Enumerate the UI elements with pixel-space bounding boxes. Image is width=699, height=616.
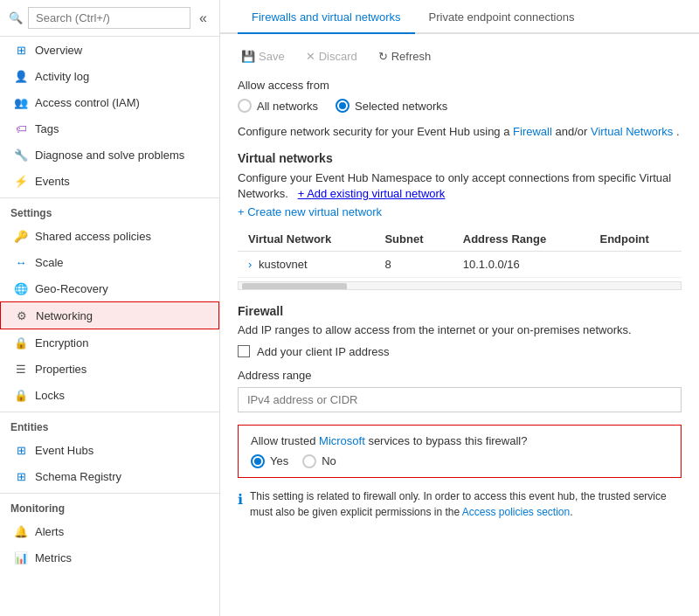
overview-icon: ⊞ [14, 43, 28, 57]
bypass-yes-radio[interactable]: Yes [251, 454, 288, 468]
properties-icon: ☰ [14, 362, 28, 376]
sidebar-item-locks[interactable]: 🔒 Locks [0, 382, 219, 408]
alerts-icon: 🔔 [14, 524, 28, 538]
sidebar-item-activity-log[interactable]: 👤 Activity log [0, 63, 219, 89]
sidebar-item-encryption[interactable]: 🔒 Encryption [0, 329, 219, 356]
network-security-info: Configure network security for your Even… [238, 123, 682, 141]
sidebar-item-label: Alerts [35, 525, 64, 538]
sidebar-item-alerts[interactable]: 🔔 Alerts [0, 518, 219, 544]
allow-access-label: Allow access from [238, 79, 682, 92]
sidebar-item-label: Locks [35, 389, 65, 402]
col-endpoint: Endpoint [590, 227, 682, 252]
firewall-title: Firewall [238, 304, 682, 318]
virtual-networks-title: Virtual networks [238, 151, 682, 165]
col-virtual-network: Virtual Network [238, 227, 374, 252]
sidebar-item-label: Geo-Recovery [35, 282, 108, 295]
access-control-icon: 👥 [14, 95, 28, 109]
virtual-networks-link[interactable]: Virtual Networks [591, 125, 673, 138]
radio-all-networks-indicator [238, 99, 252, 113]
bypass-no-radio[interactable]: No [302, 454, 336, 468]
bypass-radios: Yes No [251, 454, 668, 468]
sidebar-item-schema-registry[interactable]: ⊞ Schema Registry [0, 463, 219, 489]
sidebar-item-label: Shared access policies [35, 230, 151, 243]
sidebar-item-shared-access[interactable]: 🔑 Shared access policies [0, 223, 219, 249]
info-text-period: . [676, 125, 680, 138]
sidebar-item-access-control[interactable]: 👥 Access control (IAM) [0, 89, 219, 115]
tags-icon: 🏷 [14, 121, 28, 135]
table-horizontal-scrollbar[interactable] [238, 281, 682, 290]
vnet-table-row[interactable]: › kustovnet 8 10.1.0.0/16 [238, 251, 682, 277]
sidebar-item-label: Scale [35, 256, 64, 269]
firewall-info-note: ℹ This setting is related to firewall on… [238, 488, 682, 520]
bypass-no-indicator [302, 454, 316, 468]
sidebar-item-networking[interactable]: ⚙ Networking [0, 301, 219, 329]
schema-registry-icon: ⊞ [14, 469, 28, 483]
sidebar-item-geo-recovery[interactable]: 🌐 Geo-Recovery [0, 275, 219, 301]
metrics-icon: 📊 [14, 550, 28, 564]
vnet-subnet-cell: 8 [374, 251, 452, 277]
bypass-no-label: No [322, 454, 336, 467]
sidebar: 🔍 « ⊞ Overview 👤 Activity log 👥 Access c… [0, 0, 220, 616]
sidebar-item-label: Schema Registry [35, 470, 121, 483]
discard-button[interactable]: ✕ Discard [302, 48, 361, 65]
radio-all-networks[interactable]: All networks [238, 99, 318, 113]
sidebar-item-event-hubs[interactable]: ⊞ Event Hubs [0, 437, 219, 463]
create-vnet-link[interactable]: + Create new virtual network [238, 205, 382, 218]
save-icon: 💾 [241, 50, 255, 63]
sidebar-item-label: Encryption [35, 336, 88, 350]
search-icon: 🔍 [9, 11, 23, 24]
tab-firewalls[interactable]: Firewalls and virtual networks [238, 0, 415, 34]
events-icon: ⚡ [14, 174, 28, 188]
expand-arrow-icon[interactable]: › [248, 258, 252, 271]
virtual-networks-desc: Configure your Event Hub Namespace to on… [238, 170, 682, 202]
info-note-text: This setting is related to firewall only… [250, 488, 682, 520]
sidebar-item-label: Event Hubs [35, 444, 93, 457]
sidebar-item-properties[interactable]: ☰ Properties [0, 356, 219, 382]
address-range-input[interactable] [238, 387, 682, 412]
client-ip-checkbox-row: Add your client IP address [238, 345, 682, 358]
toolbar: 💾 Save ✕ Discard ↻ Refresh [238, 48, 682, 65]
access-policies-link[interactable]: Access policies section [462, 506, 570, 518]
sidebar-item-label: Overview [35, 44, 82, 57]
sidebar-item-label: Events [35, 175, 70, 188]
vnet-endpoint-cell [590, 251, 682, 277]
shared-access-icon: 🔑 [14, 229, 28, 243]
info-text-and: and/or [555, 125, 590, 138]
sidebar-item-label: Tags [35, 122, 59, 135]
client-ip-label: Add your client IP address [257, 345, 390, 358]
discard-icon: ✕ [306, 50, 315, 63]
sidebar-item-metrics[interactable]: 📊 Metrics [0, 544, 219, 571]
monitoring-section-header: Monitoring [0, 493, 219, 518]
refresh-button[interactable]: ↻ Refresh [375, 48, 435, 65]
activity-log-icon: 👤 [14, 69, 28, 83]
virtual-networks-table: Virtual Network Subnet Address Range End… [238, 227, 682, 278]
networking-icon: ⚙ [15, 308, 29, 322]
tab-private-endpoint[interactable]: Private endpoint connections [415, 0, 589, 34]
radio-selected-networks[interactable]: Selected networks [336, 99, 447, 113]
sidebar-item-scale[interactable]: ↔ Scale [0, 249, 219, 275]
sidebar-item-overview[interactable]: ⊞ Overview [0, 37, 219, 63]
main-content: Firewalls and virtual networks Private e… [220, 0, 699, 616]
sidebar-item-diagnose[interactable]: 🔧 Diagnose and solve problems [0, 142, 219, 168]
radio-selected-networks-indicator [336, 99, 350, 113]
create-vnet-link-row: + Create new virtual network [238, 205, 682, 218]
add-existing-vnet-link[interactable]: + Add existing virtual network [298, 187, 446, 200]
tabs-container: Firewalls and virtual networks Private e… [220, 0, 699, 34]
geo-recovery-icon: 🌐 [14, 281, 28, 295]
info-text-line1: Configure network security for your Even… [238, 125, 513, 138]
info-note-icon: ℹ [238, 489, 243, 520]
client-ip-checkbox[interactable] [238, 345, 250, 357]
search-input[interactable] [28, 7, 190, 29]
radio-selected-networks-label: Selected networks [355, 100, 447, 113]
refresh-icon: ↻ [378, 50, 388, 63]
bypass-highlight: Microsoft [319, 434, 365, 447]
radio-all-networks-label: All networks [257, 100, 318, 113]
save-label: Save [259, 50, 285, 63]
sidebar-item-events[interactable]: ⚡ Events [0, 168, 219, 194]
save-button[interactable]: 💾 Save [238, 48, 288, 65]
sidebar-collapse-button[interactable]: « [196, 9, 211, 28]
firewall-link[interactable]: Firewall [513, 125, 552, 138]
sidebar-item-tags[interactable]: 🏷 Tags [0, 115, 219, 142]
bypass-yes-label: Yes [270, 454, 288, 467]
sidebar-item-label: Diagnose and solve problems [35, 149, 184, 162]
